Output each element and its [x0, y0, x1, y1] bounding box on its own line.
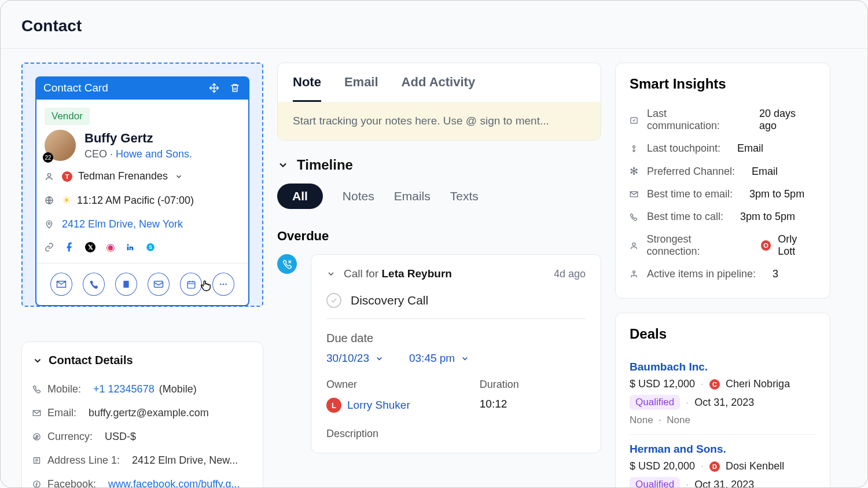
- contact-subtitle: CEO · Howe and Sons.: [84, 148, 192, 160]
- insight-pipeline: Active items in pipeline: 3: [630, 263, 816, 285]
- delete-icon[interactable]: [229, 82, 241, 94]
- sun-icon: ☀: [62, 194, 71, 207]
- insight-strongest: Strongest connection: O Orly Lott: [630, 228, 816, 263]
- deal-owner-badge: D: [709, 461, 720, 472]
- filter-texts[interactable]: Texts: [450, 189, 479, 203]
- owner-label: Owner: [326, 379, 410, 391]
- chevron-down-icon: [32, 355, 43, 366]
- card-toolbar[interactable]: Contact Card: [35, 76, 249, 100]
- email-row: Email: buffy.gertz@example.com: [32, 401, 252, 425]
- insight-touchpoint: Last touchpoint: Email: [630, 137, 816, 160]
- move-icon[interactable]: [208, 82, 220, 94]
- cursor-icon: [200, 279, 212, 292]
- call-timeline-icon: [277, 254, 297, 274]
- due-time-picker[interactable]: 03:45 pm: [409, 352, 469, 365]
- note-input[interactable]: Start tracking your notes here. Use @ si…: [278, 102, 601, 140]
- instagram-icon[interactable]: ◉: [106, 241, 115, 254]
- svg-point-19: [633, 271, 635, 273]
- timeline-filters: All Notes Emails Texts: [277, 184, 601, 209]
- deal-date: Oct 31, 2023: [694, 397, 754, 409]
- contact-details-card: Contact Details Mobile: +1 12345678 (Mob…: [21, 342, 263, 488]
- globe-icon: [45, 196, 56, 205]
- due-date-picker[interactable]: 30/10/23: [326, 352, 384, 365]
- deal-name-link[interactable]: Herman and Sons.: [630, 443, 816, 456]
- timeline-heading[interactable]: Timeline: [277, 157, 601, 173]
- chevron-down-icon: [461, 354, 469, 363]
- tab-add-activity[interactable]: Add Activity: [402, 75, 476, 102]
- facebook-icon[interactable]: [64, 242, 75, 252]
- address-link[interactable]: 2412 Elm Drive, New York: [62, 218, 183, 230]
- task-row[interactable]: Discovery Call: [326, 288, 586, 319]
- activity-tabs-card: Note Email Add Activity Start tracking y…: [277, 63, 601, 141]
- message-button[interactable]: [148, 273, 170, 296]
- calendar-button[interactable]: [180, 273, 202, 296]
- description-label: Description: [326, 428, 586, 440]
- chevron-down-icon: [277, 159, 289, 171]
- chevron-down-icon[interactable]: [175, 173, 183, 181]
- deal-none: None: [630, 414, 653, 425]
- deals-heading: Deals: [630, 326, 816, 342]
- checkbox-icon[interactable]: [326, 293, 341, 308]
- contact-card-selection: Contact Card Vendor Buffy Gertz: [21, 63, 263, 307]
- deal-name-link[interactable]: Baumbach Inc.: [630, 361, 816, 373]
- call-button[interactable]: [83, 273, 105, 296]
- more-button[interactable]: [212, 273, 234, 296]
- svg-point-2: [48, 222, 50, 224]
- overdue-heading: Overdue: [277, 229, 601, 244]
- time-text: 11:12 AM Pacific (-07:00): [77, 195, 194, 207]
- insight-preferred: ✻ Preferred Channel: Email: [630, 160, 816, 183]
- svg-point-9: [223, 284, 225, 285]
- person-icon: [45, 172, 56, 181]
- skype-icon[interactable]: S: [145, 242, 156, 252]
- currency-value: USD-$: [105, 431, 136, 443]
- mobile-row: Mobile: +1 12345678 (Mobile): [32, 377, 252, 401]
- filter-emails[interactable]: Emails: [394, 189, 431, 203]
- currency-row: Currency: USD-$: [32, 425, 252, 449]
- email-button[interactable]: [50, 273, 72, 296]
- page-header: Contact: [1, 1, 867, 49]
- tab-note[interactable]: Note: [293, 75, 321, 102]
- contact-tag: Vendor: [45, 108, 90, 125]
- owner-picker[interactable]: L Lorry Shuker: [326, 398, 410, 413]
- contact-card: Vendor Buffy Gertz CEO · Howe and Sons. …: [35, 100, 249, 306]
- svg-text:S: S: [149, 245, 152, 250]
- pipeline-icon: [630, 270, 640, 278]
- chevron-down-icon[interactable]: [326, 269, 336, 278]
- person-icon: [630, 241, 639, 250]
- insights-heading: Smart Insights: [630, 76, 816, 92]
- fb-icon: [32, 480, 43, 488]
- insight-email-time: Best time to email: 3pm to 5pm: [630, 183, 816, 206]
- mobile-link[interactable]: +1 12345678: [93, 383, 155, 395]
- address-value: 2412 Elm Drive, New...: [132, 454, 238, 467]
- note-button[interactable]: [115, 273, 137, 296]
- deal-item: Herman and Sons. $ USD 20,000 · D Dosi K…: [630, 435, 816, 488]
- time-row: ☀ 11:12 AM Pacific (-07:00): [36, 188, 248, 212]
- page-title: Contact: [21, 17, 847, 35]
- address-row[interactable]: 2412 Elm Drive, New York: [36, 212, 248, 236]
- tab-email[interactable]: Email: [344, 75, 378, 102]
- owner-row[interactable]: T Tedman Frenandes: [36, 164, 248, 188]
- currency-icon: [32, 432, 43, 441]
- linkedin-icon[interactable]: [126, 243, 135, 252]
- svg-rect-5: [123, 281, 128, 288]
- task-name: Discovery Call: [351, 293, 428, 307]
- owner-avatar: L: [326, 398, 341, 413]
- owner-name-link: Lorry Shuker: [347, 399, 410, 412]
- filter-all[interactable]: All: [277, 184, 323, 209]
- svg-point-18: [632, 243, 635, 245]
- facebook-link[interactable]: www.facebook.com/buffy.g...: [108, 478, 240, 488]
- avatar[interactable]: [45, 130, 76, 161]
- x-icon[interactable]: 𝕏: [85, 242, 95, 252]
- filter-notes[interactable]: Notes: [343, 189, 374, 203]
- owner-badge: T: [62, 171, 72, 182]
- deal-owner-badge: C: [709, 379, 720, 390]
- facebook-row: Facebook: www.facebook.com/buffy.g...: [32, 472, 252, 488]
- phone-icon: [630, 213, 640, 221]
- details-heading[interactable]: Contact Details: [32, 354, 252, 367]
- deal-stage-badge: Qualified: [630, 395, 680, 410]
- action-row: [36, 263, 248, 305]
- company-link[interactable]: Howe and Sons.: [116, 148, 192, 160]
- duration-value: 10:12: [480, 398, 519, 410]
- deal-amount: $ USD 20,000: [630, 460, 695, 472]
- activity-time: 4d ago: [554, 268, 586, 280]
